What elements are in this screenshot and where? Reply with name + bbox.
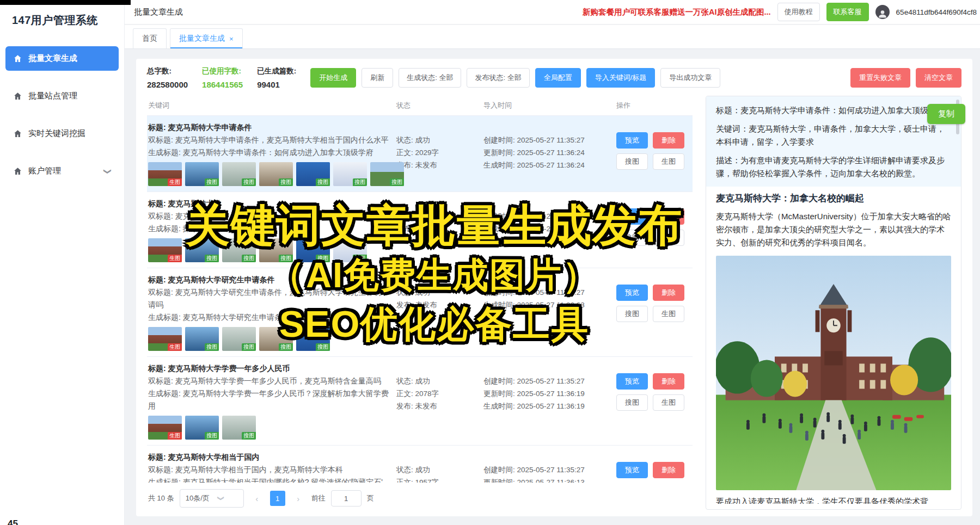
content-card: 总字数: 282580000 已使用字数: 186441565 已生成篇数: 9… — [136, 59, 972, 516]
export-success-button[interactable]: 导出成功文章 — [660, 68, 720, 88]
table-header: 关键词 状态 导入时间 操作 — [147, 96, 693, 116]
search-image-button[interactable]: 搜图 — [616, 153, 648, 170]
contact-support-button[interactable]: 联系客服 — [826, 3, 869, 21]
delete-button[interactable]: 删除 — [653, 462, 684, 478]
sidebar-item-1[interactable]: 批量文章生成 — [5, 46, 119, 71]
search-image-button[interactable]: 搜图 — [616, 306, 648, 322]
sidebar-item-label: 实时关键词挖掘 — [28, 128, 85, 139]
promo-notice[interactable]: 新购套餐用户可联系客服赠送一万张AI原创生成配图... — [583, 7, 771, 17]
close-icon[interactable]: × — [229, 35, 234, 43]
generate-image-button[interactable]: 生图 — [653, 306, 684, 322]
delete-button[interactable]: 删除 — [653, 208, 684, 225]
delete-button[interactable]: 删除 — [653, 373, 684, 390]
table-row[interactable]: 标题: 麦克马斯特大学研究生申请条件双标题: 麦克马斯特大学研究生申请条件，麦克… — [147, 268, 693, 357]
thumbnail-badge: 搜图 — [242, 343, 256, 351]
time-line: 创建时间: 2025-05-27 11:35:27 — [483, 464, 610, 476]
sidebar-item-4[interactable]: 账户管理❯ — [5, 159, 119, 183]
search-image-button[interactable]: 搜图 — [616, 230, 648, 246]
thumbnail-badge: 搜图 — [316, 343, 330, 351]
article-thumbnail[interactable]: 搜图 — [296, 162, 330, 186]
table-row[interactable]: 标题: 麦克马斯特大学申请条件双标题: 麦克马斯特大学申请条件，麦克马斯特大学相… — [147, 116, 693, 192]
delete-button[interactable]: 删除 — [653, 285, 684, 301]
avatar[interactable] — [875, 5, 890, 19]
article-thumbnail[interactable]: 生图 — [148, 327, 182, 351]
column-header-status: 状态 — [396, 101, 477, 110]
main-content: 总字数: 282580000 已使用字数: 186441565 已生成篇数: 9… — [124, 49, 980, 525]
generate-status-select[interactable]: 生成状态: 全部 — [399, 68, 461, 88]
delete-button[interactable]: 删除 — [653, 132, 684, 149]
refresh-button[interactable]: 刷新 — [362, 68, 393, 88]
current-page-button[interactable]: 1 — [270, 491, 285, 506]
status-line: 发布: 未发布 — [396, 400, 477, 412]
reset-failed-button[interactable]: 重置失败文章 — [850, 68, 910, 88]
article-thumbnail[interactable]: 搜图 — [185, 238, 219, 262]
global-config-button[interactable]: 全局配置 — [535, 68, 581, 88]
generate-image-button[interactable]: 生图 — [653, 230, 684, 246]
preview-button[interactable]: 预览 — [616, 132, 648, 149]
article-thumbnail[interactable]: 搜图 — [370, 162, 404, 186]
article-thumbnail[interactable]: 搜图 — [185, 162, 219, 186]
import-keywords-button[interactable]: 导入关键词/标题 — [586, 68, 656, 88]
article-thumbnail[interactable]: 搜图 — [259, 162, 293, 186]
start-generate-button[interactable]: 开始生成 — [310, 68, 356, 88]
sidebar-item-label: 账户管理 — [28, 166, 61, 176]
article-thumbnail[interactable]: 搜图 — [259, 327, 293, 351]
thumbnail-strip: 生图搜图搜图搜图搜图 — [148, 327, 390, 351]
sidebar-item-3[interactable]: 实时关键词挖掘 — [5, 121, 119, 146]
time-line: 创建时间: 2025-05-27 11:35:27 — [483, 375, 610, 387]
actions-cell: 预览删除搜图生图 — [616, 274, 690, 351]
copy-button[interactable]: 复制 — [927, 104, 965, 124]
thumbnail-badge: 搜图 — [242, 255, 256, 262]
user-icon — [877, 8, 888, 19]
sidebar: 147用户管理系统 批量文章生成批量站点管理实时关键词挖掘账户管理❯ 45 — [0, 0, 124, 525]
search-image-button[interactable]: 搜图 — [616, 394, 648, 411]
tutorial-button[interactable]: 使用教程 — [777, 3, 820, 21]
article-thumbnail[interactable]: 搜图 — [296, 327, 330, 351]
pagination: 共 10 条 10条/页 ❯ ‹ 1 › 前往 页 — [147, 483, 693, 510]
article-subtitle: 双标题: 麦克马斯特大学相当于国内，麦克马斯特大学本科 — [148, 464, 390, 476]
article-thumbnail[interactable]: 搜图 — [333, 238, 367, 262]
clear-articles-button[interactable]: 清空文章 — [916, 68, 961, 88]
thumbnail-badge: 搜图 — [279, 178, 293, 186]
stat-value: 99401 — [257, 80, 296, 89]
article-thumbnail[interactable]: 搜图 — [222, 327, 256, 351]
prev-page-button[interactable]: ‹ — [249, 491, 265, 506]
home-icon — [13, 166, 22, 176]
preview-button[interactable]: 预览 — [616, 373, 648, 390]
table-row[interactable]: 标题: 麦克马斯特大学双标题: 麦克马斯特大生成标题: 探索麦克马斯特大学生图搜… — [147, 192, 693, 268]
table-row[interactable]: 标题: 麦克马斯特大学相当于国内双标题: 麦克马斯特大学相当于国内，麦克马斯特大… — [147, 446, 693, 483]
status-cell: 状态: 成功正文: 2029字发布: 未发布 — [396, 121, 477, 186]
article-thumbnail[interactable]: 搜图 — [333, 162, 367, 186]
article-thumbnail[interactable]: 搜图 — [296, 238, 330, 262]
goto-page-input[interactable] — [331, 490, 362, 507]
time-cell: 创建时间: 2025-05-27 11:35:27更新时间: 2025-05-2… — [483, 121, 610, 186]
publish-status-select[interactable]: 发布状态: 全部 — [467, 68, 529, 88]
corner-label: 45 — [8, 518, 18, 525]
article-thumbnail[interactable]: 生图 — [148, 238, 182, 262]
sidebar-item-2[interactable]: 批量站点管理 — [5, 84, 119, 108]
status-line: 正文: 1957字 — [396, 476, 477, 483]
tab-home[interactable]: 首页 — [133, 28, 167, 48]
tab-batch-article[interactable]: 批量文章生成 × — [170, 28, 243, 48]
per-page-select[interactable]: 10条/页 ❯ — [180, 489, 244, 508]
toolbar-right: 重置失败文章 清空文章 — [850, 68, 961, 88]
article-thumbnail[interactable]: 生图 — [148, 162, 182, 186]
thumbnail-badge: 生图 — [168, 432, 182, 440]
article-thumbnail[interactable]: 搜图 — [222, 238, 256, 262]
article-thumbnail[interactable]: 搜图 — [222, 416, 256, 440]
article-thumbnail[interactable]: 搜图 — [222, 162, 256, 186]
actions-cell: 预览删除搜图生图 — [616, 121, 690, 186]
table-row[interactable]: 标题: 麦克马斯特大学学费一年多少人民币双标题: 麦克马斯特大学学费一年多少人民… — [147, 357, 693, 446]
generate-image-button[interactable]: 生图 — [653, 394, 684, 411]
page-title: 批量文章生成 — [134, 7, 183, 17]
article-thumbnail[interactable]: 搜图 — [185, 327, 219, 351]
preview-button[interactable]: 预览 — [616, 462, 648, 478]
generate-image-button[interactable]: 生图 — [653, 153, 684, 170]
next-page-button[interactable]: › — [291, 491, 306, 506]
preview-button[interactable]: 预览 — [616, 285, 648, 301]
stat-used-words: 已使用字数: 186441565 — [202, 66, 243, 89]
article-thumbnail[interactable]: 搜图 — [185, 416, 219, 440]
article-thumbnail[interactable]: 搜图 — [259, 238, 293, 262]
article-thumbnail[interactable]: 生图 — [148, 416, 182, 440]
preview-button[interactable]: 预览 — [616, 208, 648, 225]
